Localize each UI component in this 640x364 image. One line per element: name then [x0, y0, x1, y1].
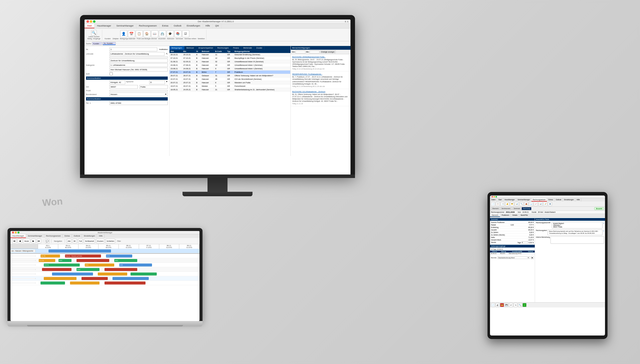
filter-full-btn[interactable]: Full: [78, 239, 83, 243]
lacode-input[interactable]: LANakademie - Zentrum für Umweltbildung: [110, 52, 164, 56]
gantt-bar-5-1[interactable]: [42, 268, 72, 271]
ort-input[interactable]: Fulda: [140, 85, 168, 89]
booking-row-4[interactable]: 23.08.2124.08.21BHaeuser9GRUmweltbewusst…: [170, 67, 290, 70]
von-date-input[interactable]: [296, 51, 306, 53]
gantt-bar-8-3[interactable]: [104, 282, 146, 284]
notif-item-0[interactable]: BUCHUNG 29/Wolfgangsschule Fulda -BL 29,…: [291, 54, 350, 72]
gantt-bar-3-3[interactable]: [76, 259, 109, 262]
sprache-input[interactable]: D: [149, 80, 165, 84]
laptop-tab-hausmanager[interactable]: HausManager: [10, 234, 26, 238]
nav-first-btn[interactable]: ⏮: [12, 239, 16, 243]
gantt-bar-1-1[interactable]: [48, 250, 111, 252]
kategorie-input[interactable]: 1. LANakademie: [110, 63, 168, 67]
max-btn[interactable]: [93, 20, 96, 23]
bis-date-input[interactable]: [310, 51, 320, 53]
gantt-bar-2-1[interactable]: 5,11 TN: [40, 254, 60, 258]
tablet-tab-rechnungswesen[interactable]: Rechnungswesen: [532, 198, 547, 202]
gantt-bar-4-3[interactable]: 12/08: [119, 264, 152, 266]
gantt-bar-8-1[interactable]: [40, 282, 65, 284]
tb-leistungspl-btn[interactable]: 📊: [538, 202, 542, 206]
subtab-seminarverw-btn[interactable]: Seminarverw.: [500, 207, 512, 210]
rechnungsanschrift-box[interactable]: Anatoli Badach Zitkoweg 7 36037 Fulda: [552, 222, 602, 228]
tablet-tab-seminarmanager[interactable]: SeminarManager: [516, 198, 532, 202]
kunden-close-icon[interactable]: ×: [100, 43, 101, 44]
erledigte-btn[interactable]: Erledigte anzeigen: [320, 50, 336, 53]
interne-bem-box[interactable]: [550, 236, 604, 244]
filter-alle-btn[interactable]: Alle: [67, 239, 72, 243]
tb-zahlung-btn[interactable]: 💳: [510, 202, 514, 206]
edit-icon[interactable]: ✎: [166, 53, 168, 55]
laptop-tab-seminarmanager[interactable]: SeminarManager: [26, 234, 44, 238]
gantt-bar-6-1[interactable]: [52, 272, 93, 276]
tab-ansprechpartner[interactable]: Ansprechpartner: [196, 46, 215, 50]
gantt-bar-7-2[interactable]: [82, 277, 108, 280]
letzte-suchen-btn[interactable]: 🔍: [91, 30, 97, 36]
tab-extras[interactable]: Extras: [160, 24, 171, 28]
anft-checkbox[interactable]: [110, 72, 113, 76]
gantt-bar-2-2[interactable]: Haeuser - Stranden auf Fulda: [65, 254, 101, 258]
kontakt-input[interactable]: Herr Michael Haeuser (Tel. 0661 973939): [110, 68, 168, 72]
filter-sichtbarkeit-btn[interactable]: Sichtbarkeit: [84, 239, 95, 243]
tb-rechnungen-btn[interactable]: 📄: [491, 202, 495, 206]
tel-input[interactable]: 0661-97390: [110, 101, 168, 105]
filter-drucken-btn[interactable]: Drucken: [96, 239, 104, 243]
tab-belegungen[interactable]: Belegungen: [170, 46, 184, 50]
btm-btn-5[interactable]: ↩: [509, 303, 513, 307]
tab-outlook[interactable]: Outlook: [171, 24, 184, 28]
filter-bc-btn[interactable]: BC: [72, 239, 77, 243]
btm-btn-4[interactable]: 💾: [504, 303, 508, 307]
booking-row-7[interactable]: 22.07.2124.07.21BHaeuser28GRICH als Stro…: [170, 78, 290, 81]
gantt-bar-8-2[interactable]: [70, 282, 100, 284]
belegungskalender-btn[interactable]: 📋: [136, 30, 143, 37]
tab-zusatz[interactable]: Zusatz: [254, 46, 264, 50]
subtab-ubersicht-btn[interactable]: Übersicht: [491, 207, 500, 210]
tablet-close-btn[interactable]: [492, 196, 493, 198]
booking-row-1[interactable]: 07.10.2107.10.21BHaeuser12GRBaumpflege i…: [170, 56, 290, 60]
tablet-tab-hausmanager[interactable]: HausManager: [503, 198, 516, 202]
berichte-input[interactable]: Standardrechnung Word ▼: [498, 256, 530, 259]
kunden-btn[interactable]: 👤: [120, 30, 127, 37]
tablet-tab-extras[interactable]: Extras: [547, 198, 554, 202]
gantt-bar-6-2[interactable]: [98, 272, 127, 276]
tab-finanz[interactable]: Finanz: [231, 46, 241, 50]
laptop-max-btn[interactable]: [18, 232, 20, 234]
booking-row-8[interactable]: 20.07.2125.07.21BHaeuser6GRWandern um Fu…: [170, 81, 290, 84]
tab-qm[interactable]: QM: [213, 24, 222, 28]
btm-btn-1[interactable]: 📄: [491, 303, 495, 307]
postf-input[interactable]: [110, 90, 168, 92]
btm-btn-6[interactable]: ↪: [514, 303, 518, 307]
laptop-tab-einstellungen[interactable]: Einstellungen: [82, 234, 97, 238]
inv-sec-bankfilts[interactable]: Bank/Filts: [519, 214, 530, 217]
nav-prev-btn[interactable]: ◀: [18, 239, 22, 243]
freie-zimmer-btn[interactable]: 🏠: [144, 30, 150, 37]
tab-seminarmanager[interactable]: SeminarManager: [114, 24, 136, 28]
tb-sammel-btn[interactable]: 📑: [500, 202, 504, 206]
laptop-tab-rechnungswesen[interactable]: Rechnungswesen: [44, 234, 63, 238]
inv-sec-details[interactable]: Details: [511, 214, 519, 217]
nav-next-btn[interactable]: ▶: [31, 239, 36, 243]
tab-rechnungen[interactable]: Rechnungen: [216, 46, 231, 50]
tablet-tab-start[interactable]: Start: [497, 198, 503, 202]
rechnungstext-box[interactable]: Diese Rechnung bezieht sich auf Ihre Tei…: [548, 230, 602, 235]
btm-btn-8[interactable]: ✓: [522, 303, 526, 307]
rechnungstext-edit-icon[interactable]: ›: [603, 230, 604, 232]
btm-btn-2[interactable]: 🖨: [496, 303, 500, 307]
gantt-bar-5-2[interactable]: 22/AC: [76, 268, 100, 271]
tablet-tab-outlook[interactable]: Outlook: [554, 198, 563, 202]
ku-close-icon[interactable]: ×: [114, 42, 114, 44]
btm-btn-3[interactable]: 💳: [500, 303, 504, 307]
tab-merkmale[interactable]: Merkmale: [241, 46, 254, 50]
nav-last-btn[interactable]: ⏭: [37, 239, 41, 243]
gantt-bar-3-2[interactable]: 19/AC: [58, 259, 72, 262]
gantt-bar-4-1[interactable]: 5,39 TN: [44, 264, 80, 266]
booking-row-9[interactable]: 19.07.2120.07.21BMeister5GRFerienfreizei…: [170, 84, 290, 88]
tablet-max-btn[interactable]: [496, 196, 497, 198]
inv-sec-ubersicht[interactable]: Übersicht: [490, 214, 500, 217]
gantt-bar-6-3[interactable]: [130, 272, 157, 276]
laptop-tab-outlook[interactable]: Outlook: [72, 234, 82, 238]
tab-hilfe[interactable]: Hilfe: [203, 24, 213, 28]
tb-abrechnung-btn[interactable]: 💰: [505, 202, 509, 206]
empty-input[interactable]: [110, 56, 168, 58]
tb-memo-btn[interactable]: 📝: [543, 202, 547, 206]
adressen-btn[interactable]: 📇: [159, 30, 166, 37]
